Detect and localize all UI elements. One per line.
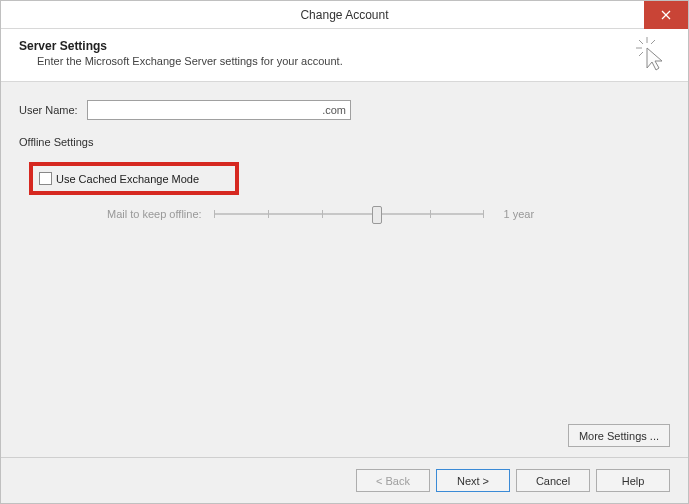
header-title: Server Settings — [19, 39, 670, 53]
click-cursor-icon — [634, 35, 668, 73]
titlebar: Change Account — [1, 1, 688, 29]
slider-caption: Mail to keep offline: — [107, 208, 202, 220]
cached-mode-label: Use Cached Exchange Mode — [56, 173, 199, 185]
change-account-window: Change Account Server Settings Enter the… — [0, 0, 689, 504]
slider-tick — [214, 210, 215, 218]
mail-offline-row: Mail to keep offline: 1 year — [29, 205, 670, 223]
cached-mode-highlight: Use Cached Exchange Mode — [29, 162, 239, 195]
window-title: Change Account — [300, 8, 388, 22]
more-settings-row: More Settings ... — [568, 424, 670, 447]
slider-track — [214, 213, 484, 215]
svg-line-5 — [651, 40, 655, 44]
username-row: User Name: — [19, 100, 670, 120]
back-button[interactable]: < Back — [356, 469, 430, 492]
close-icon — [661, 10, 671, 20]
slider-tick — [322, 210, 323, 218]
slider-end-label: 1 year — [504, 208, 535, 220]
help-button[interactable]: Help — [596, 469, 670, 492]
slider-tick — [430, 210, 431, 218]
cancel-button[interactable]: Cancel — [516, 469, 590, 492]
footer: < Back Next > Cancel Help — [1, 457, 688, 503]
slider-tick — [483, 210, 484, 218]
cached-mode-checkbox[interactable] — [39, 172, 52, 185]
offline-settings-label: Offline Settings — [19, 136, 670, 148]
slider-tick — [268, 210, 269, 218]
more-settings-button[interactable]: More Settings ... — [568, 424, 670, 447]
username-input[interactable] — [87, 100, 351, 120]
mail-offline-slider[interactable] — [214, 205, 484, 223]
next-button[interactable]: Next > — [436, 469, 510, 492]
username-label: User Name: — [19, 104, 87, 116]
header-band: Server Settings Enter the Microsoft Exch… — [1, 29, 688, 82]
svg-line-6 — [639, 52, 643, 56]
slider-thumb[interactable] — [372, 206, 382, 224]
header-subtitle: Enter the Microsoft Exchange Server sett… — [37, 55, 670, 67]
close-button[interactable] — [644, 1, 688, 29]
body: User Name: Offline Settings Use Cached E… — [1, 82, 688, 457]
svg-line-4 — [639, 40, 643, 44]
